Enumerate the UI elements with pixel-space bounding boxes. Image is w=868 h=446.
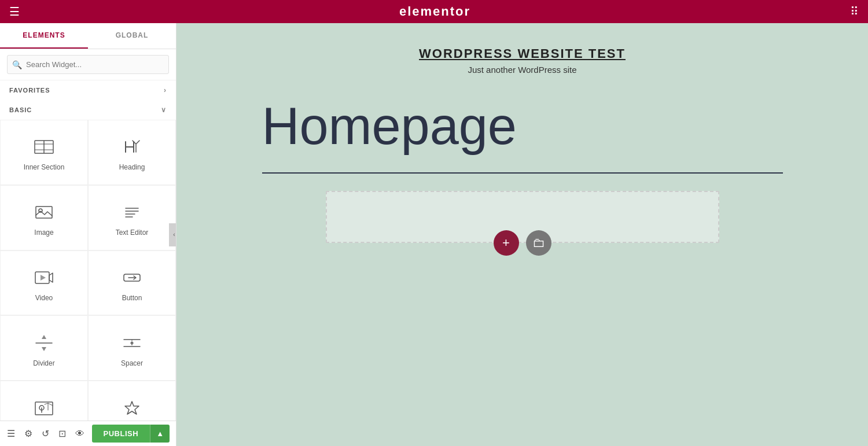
elementor-logo: elementor	[399, 4, 470, 19]
page-content: Homepage + 🗀	[262, 98, 783, 243]
add-element-button[interactable]: +	[494, 230, 519, 256]
drop-buttons: + 🗀	[494, 230, 551, 256]
widget-heading[interactable]: Heading	[88, 120, 176, 185]
widget-button[interactable]: Button	[88, 250, 176, 316]
widget-inner-section[interactable]: Inner Section	[0, 120, 88, 185]
spacer-icon	[120, 331, 144, 355]
tabs: ELEMENTS GLOBAL	[0, 23, 176, 49]
collapse-handle[interactable]: ‹	[169, 223, 176, 246]
settings-icon[interactable]: ⚙	[24, 428, 32, 439]
basic-section[interactable]: BASIC ∨	[0, 100, 176, 120]
inner-section-icon	[32, 135, 56, 159]
heading-icon	[120, 135, 144, 159]
inner-section-label: Inner Section	[24, 163, 65, 171]
publish-arrow-button[interactable]: ▲	[150, 425, 170, 443]
text-editor-label: Text Editor	[116, 228, 149, 237]
tab-elements[interactable]: ELEMENTS	[0, 23, 88, 49]
canvas: WORDPRESS WEBSITE TEST Just another Word…	[176, 23, 868, 446]
sidebar: ELEMENTS GLOBAL 🔍 FAVORITES › BASIC ∨	[0, 23, 176, 446]
site-title: WORDPRESS WEBSITE TEST	[211, 46, 833, 61]
folder-button[interactable]: 🗀	[526, 230, 551, 256]
image-icon	[32, 201, 56, 224]
widget-text-editor[interactable]: Text Editor	[88, 185, 176, 250]
bottom-icons: ☰ ⚙ ↺ ⊡ 👁	[7, 428, 84, 439]
widget-spacer[interactable]: Spacer	[88, 315, 176, 381]
grid-icon[interactable]: ⠿	[850, 5, 859, 19]
main-area: ELEMENTS GLOBAL 🔍 FAVORITES › BASIC ∨	[0, 23, 868, 446]
bottombar: ☰ ⚙ ↺ ⊡ 👁 PUBLISH ▲	[0, 421, 176, 446]
preview-icon[interactable]: 👁	[75, 429, 84, 439]
button-label: Button	[122, 294, 142, 302]
widget-video[interactable]: Video	[0, 250, 88, 316]
widget-divider[interactable]: Divider	[0, 315, 88, 381]
icon-widget-icon	[120, 397, 144, 420]
search-area: 🔍	[0, 49, 176, 80]
svg-marker-15	[42, 335, 46, 339]
drop-area[interactable]: + 🗀	[326, 191, 719, 243]
site-header: WORDPRESS WEBSITE TEST Just another Word…	[211, 46, 833, 75]
video-icon	[32, 266, 56, 289]
image-label: Image	[34, 228, 53, 237]
history-icon[interactable]: ↺	[42, 428, 49, 439]
publish-button[interactable]: PUBLISH	[92, 425, 150, 443]
responsive-icon[interactable]: ⊡	[58, 428, 66, 439]
svg-rect-4	[36, 207, 52, 218]
divider-icon	[32, 331, 56, 355]
top-bar: ☰ elementor ⠿	[0, 0, 868, 23]
favorites-chevron: ›	[164, 86, 167, 94]
site-tagline: Just another WordPress site	[211, 65, 833, 75]
video-label: Video	[35, 294, 53, 302]
google-maps-icon	[32, 397, 56, 420]
svg-marker-21	[130, 342, 134, 345]
widget-image[interactable]: Image	[0, 185, 88, 250]
spacer-label: Spacer	[121, 359, 143, 367]
page-title: Homepage	[262, 98, 783, 155]
svg-marker-11	[41, 275, 46, 281]
favorites-section[interactable]: FAVORITES ›	[0, 80, 176, 100]
button-icon	[120, 266, 144, 289]
heading-label: Heading	[119, 163, 145, 171]
basic-label: BASIC	[9, 106, 32, 113]
divider-label: Divider	[33, 359, 54, 367]
page-divider	[262, 172, 783, 174]
basic-chevron: ∨	[161, 106, 167, 114]
text-editor-icon	[120, 201, 144, 224]
search-input[interactable]	[7, 55, 169, 74]
tab-global[interactable]: GLOBAL	[88, 23, 176, 49]
hamburger-icon[interactable]: ☰	[9, 5, 20, 19]
search-icon: 🔍	[12, 60, 22, 69]
layers-icon[interactable]: ☰	[7, 428, 15, 439]
publish-button-group: PUBLISH ▲	[92, 425, 170, 443]
svg-marker-16	[42, 347, 46, 351]
favorites-label: FAVORITES	[9, 87, 50, 94]
widget-grid: Inner Section Heading	[0, 120, 176, 446]
